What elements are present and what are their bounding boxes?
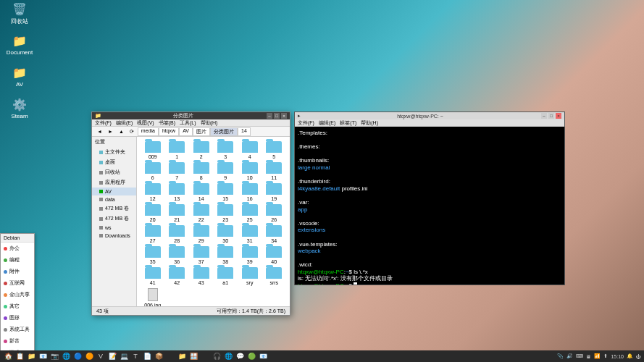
taskbar-app[interactable]: 📷	[49, 351, 59, 361]
folder-item[interactable]: 35	[141, 246, 164, 264]
sidebar-item[interactable]: 应用程序	[92, 177, 136, 188]
breadcrumb[interactable]: htqxw	[159, 127, 179, 136]
folder-item[interactable]: 30	[214, 225, 238, 243]
app-menu-item[interactable]: 编程	[1, 254, 34, 266]
folder-item[interactable]: 12	[141, 183, 164, 201]
folder-item[interactable]: 2	[190, 141, 213, 159]
app-menu-item[interactable]: 系统工具	[1, 324, 34, 335]
menu-item[interactable]: 帮助(H)	[361, 119, 378, 127]
taskbar-app[interactable]: 📦	[154, 351, 164, 361]
taskbar-app[interactable]: 📁	[26, 351, 36, 361]
taskbar-app[interactable]: 🪟	[188, 351, 198, 361]
breadcrumb[interactable]: AV	[179, 127, 193, 136]
term-titlebar[interactable]: ▸ htqxw@htqxw-PC: ~ – □ ×	[295, 112, 564, 119]
folder-item[interactable]: 27	[141, 225, 164, 243]
taskbar-app[interactable]: 🏠	[3, 351, 13, 361]
folder-item[interactable]: 22	[190, 204, 213, 222]
taskbar-app[interactable]: 📝	[107, 351, 117, 361]
folder-item[interactable]: 3	[214, 141, 238, 159]
folder-item[interactable]: 36	[166, 246, 189, 264]
folder-item[interactable]: 34	[263, 225, 286, 243]
taskbar-app[interactable]: 🌐	[61, 351, 71, 361]
nav-button[interactable]: ►	[106, 129, 115, 135]
folder-item[interactable]: 15	[214, 183, 238, 201]
folder-item[interactable]: 11	[263, 162, 286, 180]
taskbar-app[interactable]: 📋	[14, 351, 25, 361]
folder-item[interactable]: 20	[141, 204, 164, 222]
folder-item[interactable]: 7	[166, 162, 189, 180]
taskbar-app[interactable]	[165, 351, 175, 361]
sidebar-item[interactable]: ws	[92, 224, 136, 232]
menu-item[interactable]: 工具(L)	[180, 119, 196, 127]
folder-item[interactable]: 37	[190, 246, 213, 264]
folder-item[interactable]: sry	[238, 267, 262, 285]
taskbar-app[interactable]: 📧	[38, 351, 48, 361]
folder-item[interactable]: a1	[214, 267, 238, 285]
folder-item[interactable]: 42	[166, 267, 189, 285]
folder-item[interactable]: 16	[238, 183, 262, 201]
sidebar-item[interactable]: 桌面	[92, 157, 136, 167]
sidebar-item[interactable]: 472 MB 卷	[92, 214, 136, 224]
file-item[interactable]: 006.jpg	[141, 288, 164, 306]
folder-item[interactable]: 29	[190, 225, 213, 243]
folder-item[interactable]: 8	[190, 162, 213, 180]
sidebar-item[interactable]: 回收站	[92, 167, 136, 177]
term-minimize-button[interactable]: –	[541, 113, 547, 119]
folder-item[interactable]: srrs	[263, 267, 286, 285]
taskbar-app[interactable]: 🟢	[246, 351, 256, 361]
folder-item[interactable]: 39	[238, 246, 262, 264]
tray-item[interactable]: 15:10	[611, 354, 624, 359]
taskbar-app[interactable]: 📁	[177, 351, 187, 361]
term-close-button[interactable]: ×	[556, 113, 561, 119]
tray-item[interactable]: 📶	[594, 353, 601, 359]
folder-item[interactable]: 25	[238, 204, 262, 222]
tray-item[interactable]: 🖥	[586, 354, 591, 359]
folder-item[interactable]: 40	[263, 246, 286, 264]
folder-item[interactable]: 13	[166, 183, 189, 201]
breadcrumb[interactable]: 图片	[193, 127, 210, 136]
app-menu-item[interactable]: 影音	[1, 335, 34, 347]
menu-item[interactable]: 文件(F)	[95, 119, 112, 127]
breadcrumb[interactable]: 分类图片	[210, 127, 238, 136]
folder-item[interactable]: 28	[166, 225, 189, 243]
folder-item[interactable]: 6	[141, 162, 164, 180]
nav-button[interactable]: ⟳	[127, 129, 136, 135]
sidebar-item[interactable]: 主文件夹	[92, 147, 136, 157]
folder-item[interactable]: 26	[263, 204, 286, 222]
menu-item[interactable]: 视图(V)	[137, 119, 154, 127]
menu-item[interactable]: 编辑(E)	[116, 119, 133, 127]
sidebar-item[interactable]: data	[92, 195, 136, 203]
folder-item[interactable]: 31	[238, 225, 262, 243]
folder-item[interactable]: 38	[214, 246, 238, 264]
folder-item[interactable]: 10	[238, 162, 262, 180]
desktop-icon-回收站[interactable]: 🗑️回收站	[3, 1, 36, 25]
taskbar-app[interactable]: 📄	[142, 351, 152, 361]
desktop-icon-Steam[interactable]: ⚙️Steam	[3, 97, 36, 119]
tray-item[interactable]: 📎	[557, 353, 564, 359]
terminal-content[interactable]: .Templates: .themes: .thumbnails:large n…	[295, 127, 564, 285]
folder-item[interactable]: 43	[190, 267, 213, 285]
minimize-button[interactable]: –	[267, 113, 272, 119]
sidebar-item[interactable]: AV	[92, 188, 136, 195]
tray-item[interactable]: ⌨	[576, 353, 583, 359]
taskbar-app[interactable]: 🎧	[212, 351, 222, 361]
taskbar-app[interactable]: 🔵	[72, 351, 83, 361]
menu-item[interactable]: 文件(F)	[298, 119, 314, 127]
tray-item[interactable]: 🔊	[566, 353, 573, 359]
folder-item[interactable]: 14	[190, 183, 213, 201]
breadcrumb[interactable]: media	[138, 127, 159, 136]
breadcrumb[interactable]: 14	[238, 127, 251, 136]
folder-item[interactable]: 41	[141, 267, 164, 285]
close-button[interactable]: ×	[281, 113, 287, 119]
taskbar-app[interactable]	[200, 351, 210, 361]
tray-item[interactable]: 🔔	[627, 353, 633, 359]
taskbar-app[interactable]: V	[96, 351, 106, 361]
taskbar-app[interactable]: 📧	[258, 351, 268, 361]
tray-item[interactable]: ⬆	[603, 353, 608, 359]
app-menu-item[interactable]: 附件	[1, 266, 34, 277]
taskbar-app[interactable]: 💻	[119, 351, 129, 361]
folder-item[interactable]: 23	[214, 204, 238, 222]
menu-item[interactable]: 编辑(E)	[319, 119, 335, 127]
folder-item[interactable]: 9	[214, 162, 238, 180]
desktop-icon-AV[interactable]: 📁AV	[3, 65, 36, 88]
